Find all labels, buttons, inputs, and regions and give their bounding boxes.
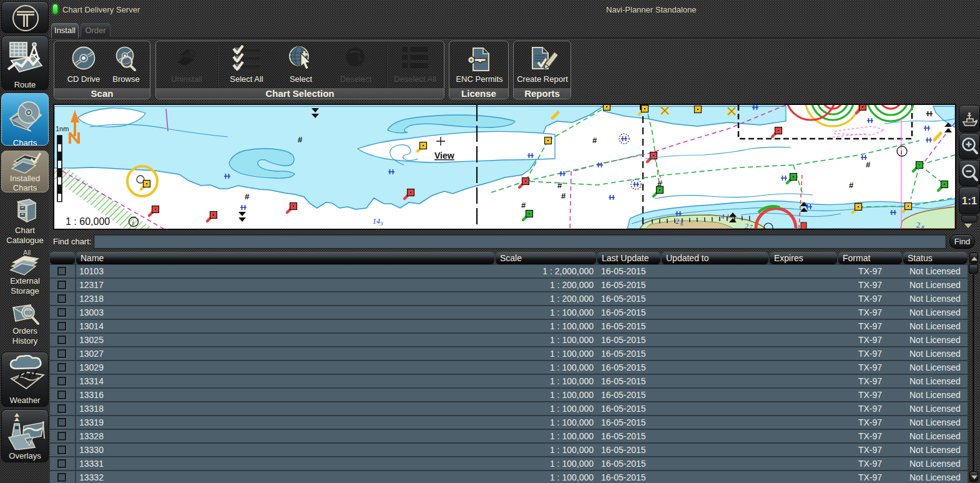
svg-text:#: # [561,191,566,201]
svg-text:7: 7 [750,224,753,229]
svg-text:#: # [245,192,250,201]
svg-text:#: # [298,135,303,144]
svg-text:#: # [592,136,597,145]
svg-text:1 : 60,000: 1 : 60,000 [66,216,110,227]
svg-text:i: i [901,148,903,156]
svg-text:14: 14 [373,217,380,226]
svg-text:#: # [557,181,562,190]
svg-text:#: # [849,181,854,190]
svg-text:4 1: 4 1 [721,212,730,220]
svg-text:3: 3 [380,221,383,227]
svg-text:013: 013 [25,311,32,315]
svg-text:6: 6 [680,221,684,227]
svg-text:1nm: 1nm [56,125,69,132]
svg-text:8: 8 [921,224,924,229]
svg-text:#: # [521,201,526,210]
svg-text:#: # [866,160,871,169]
svg-text:All: All [23,249,31,256]
svg-text:View: View [434,151,454,161]
svg-text:A: A [27,439,31,445]
svg-text:2: 2 [745,222,748,229]
svg-text:#: # [657,179,662,189]
svg-text:2: 2 [916,221,920,229]
svg-text:i: i [132,219,134,226]
svg-text:2: 2 [675,217,679,226]
